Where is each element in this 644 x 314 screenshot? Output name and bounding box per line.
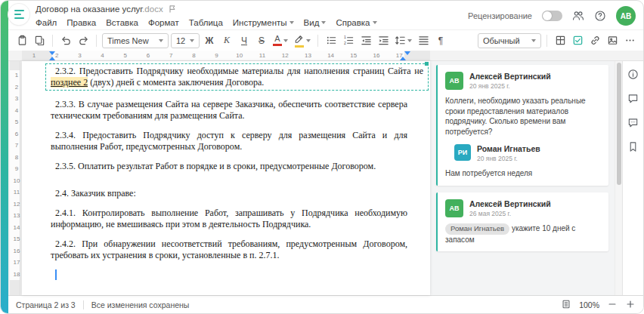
font-size-select[interactable]: 12 — [171, 33, 200, 48]
flag-icon[interactable] — [168, 5, 177, 14]
insert-link-button[interactable] — [587, 32, 602, 49]
chevron-down-icon — [531, 39, 536, 42]
menu-format[interactable]: Формат — [148, 18, 179, 27]
ruler-number: 3 — [11, 95, 22, 102]
bullet-list-button[interactable] — [324, 32, 339, 49]
ruler-number: 11 — [259, 52, 265, 59]
horizontal-ruler[interactable]: 1234567891011121314151617 — [8, 51, 643, 61]
font-color-button[interactable]: А — [271, 32, 289, 49]
paragraph-2-4-2[interactable]: 2.4.2. При обнаружении несоответствий тр… — [51, 239, 407, 261]
toggle-knob — [543, 11, 552, 20]
header-actions: Рецензирование АВ — [468, 6, 636, 26]
chat-icon[interactable] — [627, 117, 639, 131]
ruler-number: 10 — [11, 177, 22, 184]
comment-thread[interactable]: АВ Алексей Вертинский 20 янв 2025 г. Кол… — [436, 65, 608, 186]
zoom-out-icon[interactable] — [607, 299, 618, 311]
paragraph-2-3-2[interactable]: 2.3.2. Предоставить Подрядчику необходим… — [45, 63, 429, 91]
left-indent-marker[interactable] — [49, 57, 55, 60]
checkbox-content-control-button[interactable] — [570, 32, 585, 49]
highlight-color-bar — [295, 45, 304, 48]
mention-chip: Роман Игнатьев — [445, 223, 509, 235]
ruler-number: 3 — [78, 52, 81, 59]
app-logo-icon[interactable] — [8, 4, 29, 25]
chevron-down-icon — [283, 39, 288, 42]
numbered-list-button[interactable]: 12 — [341, 32, 356, 49]
highlight-color-button[interactable] — [292, 32, 312, 49]
menu-edit[interactable]: Правка — [67, 18, 96, 27]
ruler-number: 13 — [305, 52, 311, 59]
menu-tools[interactable]: Инструменты — [233, 18, 294, 27]
insert-table-button[interactable] — [553, 32, 568, 49]
zoom-in-icon[interactable] — [625, 299, 636, 311]
ruler-scale: 123456789101112131415161718 — [10, 61, 20, 295]
status-bar: Страница 2 из 3 Все изменения сохранены … — [8, 295, 643, 313]
show-formatting-marks-button[interactable]: ¶ — [433, 32, 448, 49]
paragraph-2-3-5[interactable]: 2.3.5. Оплатить результат Работ в порядк… — [51, 161, 407, 172]
more-tools-button[interactable] — [622, 32, 637, 49]
insert-image-button[interactable] — [605, 32, 620, 49]
vertical-ruler[interactable]: 123456789101112131415161718 — [8, 61, 22, 295]
zoom-value[interactable]: 100% — [579, 300, 599, 309]
comment-reply[interactable]: РИ Роман Игнатьев 20 янв 2025 г. — [454, 144, 601, 162]
menu-insert[interactable]: Вставка — [106, 18, 138, 27]
line-spacing-button[interactable] — [393, 32, 413, 49]
toolbar-separator — [317, 35, 318, 47]
menu-view[interactable]: Вид — [304, 18, 327, 27]
help-icon[interactable] — [594, 10, 606, 22]
paragraph-text: (двух) дней с момента заключения Договор… — [88, 77, 264, 88]
underline-button[interactable]: Ч — [237, 32, 252, 49]
redo-button[interactable] — [76, 32, 91, 49]
comment-author: Алексей Вертинский — [469, 199, 551, 209]
first-line-indent-marker[interactable] — [49, 51, 55, 55]
paragraph-style-select[interactable]: Обычный — [478, 33, 541, 48]
menu-table[interactable]: Таблица — [189, 18, 223, 27]
comment-thread[interactable]: АВ Алексей Вертинский 26 мая 2025 г. Ром… — [436, 192, 608, 251]
menu-help[interactable]: Справка — [336, 18, 376, 27]
comment-text: Коллеги, необходимо указать реальные сро… — [445, 96, 601, 137]
main-area: 123456789101112131415161718 2.3.2. Предо… — [8, 61, 643, 295]
decrease-indent-button[interactable] — [358, 32, 373, 49]
align-justify-button[interactable] — [416, 32, 431, 49]
tab-stop-marker[interactable] — [404, 51, 410, 55]
chevron-down-icon — [373, 21, 377, 24]
paste-button[interactable] — [14, 32, 29, 49]
chevron-down-icon — [407, 39, 412, 42]
paragraph-2-3-3[interactable]: 2.3.3. В случае размещения Сайта на серв… — [51, 99, 407, 122]
undo-button[interactable] — [58, 32, 73, 49]
scrollbar-thumb[interactable] — [617, 63, 621, 185]
strikethrough-button[interactable]: S — [254, 32, 269, 49]
comment-date: 20 янв 2025 г. — [469, 82, 551, 90]
info-icon[interactable] — [627, 69, 639, 83]
menubar: Файл Правка Вставка Формат Таблица Инстр… — [36, 18, 377, 27]
zoom-controls: 100% — [561, 299, 636, 311]
ruler-number: 8 — [11, 154, 22, 161]
avatar: АВ — [445, 199, 463, 217]
bookmark-icon[interactable] — [627, 141, 639, 155]
comment-anchor-text[interactable]: позднее 2 — [51, 77, 88, 88]
user-avatar[interactable]: АВ — [616, 6, 636, 26]
vertical-scrollbar[interactable] — [615, 61, 622, 295]
collaboration-users-icon[interactable] — [572, 10, 584, 22]
paragraph-2-3-4[interactable]: 2.3.4. Предоставить Подрядчику доступ к … — [51, 130, 407, 152]
comment-author: Алексей Вертинский — [469, 72, 551, 82]
comments-icon[interactable] — [627, 93, 639, 107]
increase-indent-button[interactable] — [376, 32, 391, 49]
copy-button[interactable] — [32, 32, 47, 49]
ruler-number: 12 — [11, 201, 22, 208]
menu-file[interactable]: Файл — [36, 18, 57, 27]
comment-header: АВ Алексей Вертинский 26 мая 2025 г. — [445, 199, 601, 217]
ruler-number: 16 — [11, 248, 22, 254]
italic-button[interactable]: К — [219, 32, 234, 49]
review-toggle[interactable] — [542, 11, 562, 21]
document-canvas[interactable]: 2.3.2. Предоставить Подрядчику необходим… — [22, 61, 430, 295]
paragraph-2-4[interactable]: 2.4. Заказчик вправе: — [51, 188, 407, 199]
font-family-select[interactable]: Times New — [102, 33, 169, 48]
paragraph-2-4-1[interactable]: 2.4.1. Контролировать выполнение Работ, … — [51, 208, 407, 230]
ruler-number: 9 — [11, 165, 22, 172]
chevron-down-icon — [289, 21, 294, 24]
right-indent-marker[interactable] — [400, 57, 406, 60]
right-sidebar-rail — [622, 61, 643, 295]
bold-button[interactable]: Ж — [202, 32, 217, 49]
fit-page-icon[interactable] — [561, 299, 571, 311]
ruler-number: 7 — [169, 52, 172, 59]
